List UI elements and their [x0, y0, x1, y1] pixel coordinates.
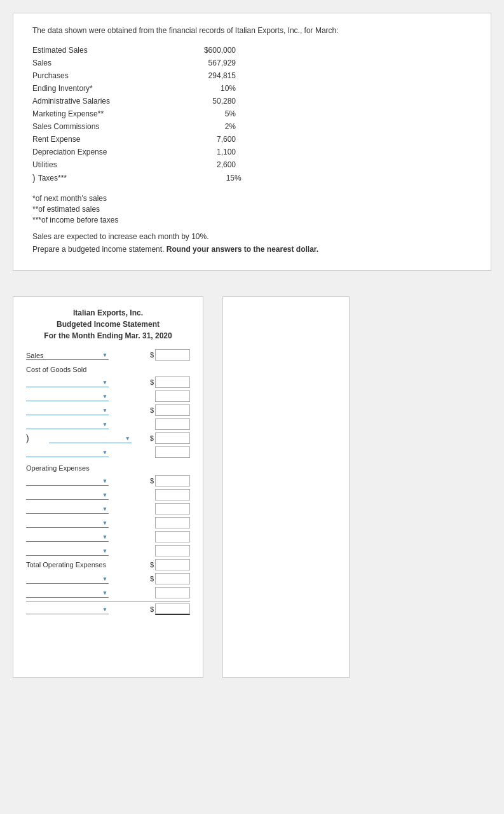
- cogs-dropdown-4[interactable]: [26, 421, 109, 429]
- op-dropdown-5-wrapper[interactable]: ▼: [26, 532, 109, 542]
- cogs-dropdown-3[interactable]: [26, 407, 109, 415]
- instruction-1: Sales are expected to increase each mont…: [32, 232, 472, 241]
- final-input-group-3: $: [150, 604, 190, 615]
- op-input-5[interactable]: [155, 531, 190, 542]
- cogs-dropdown-5[interactable]: [49, 435, 132, 443]
- cogs-dropdown-4-wrapper[interactable]: ▼: [26, 420, 109, 429]
- total-op-input-group: $: [150, 559, 190, 570]
- cogs-dropdown-6-wrapper[interactable]: ▼: [26, 448, 109, 457]
- cogs-row-6: ▼: [26, 446, 190, 458]
- estimated-sales-value: $600,000: [172, 46, 236, 55]
- instruction-2: Prepare a budgeted income statement. Rou…: [32, 245, 472, 254]
- answer-card: [222, 296, 350, 678]
- marketing-expense-value: 5%: [172, 109, 236, 118]
- final-row-3: ▼ $: [26, 601, 190, 615]
- op-dropdown-3-wrapper[interactable]: ▼: [26, 504, 109, 514]
- statement-header: Italian Exports, Inc. Budgeted Income St…: [26, 307, 190, 341]
- cogs-dropdown-6[interactable]: [26, 449, 109, 457]
- cogs-input-group-5: $: [150, 432, 190, 444]
- footnote-1: *of next month's sales: [32, 194, 472, 203]
- cogs-dropdown-2-wrapper[interactable]: ▼: [26, 392, 109, 401]
- final-dropdown-3-wrapper[interactable]: ▼: [26, 605, 109, 614]
- statement-card: Italian Exports, Inc. Budgeted Income St…: [13, 296, 203, 678]
- op-dropdown-1[interactable]: [26, 478, 109, 486]
- data-table: Estimated Sales $600,000 Sales 567,929 P…: [32, 44, 472, 185]
- ending-inventory-label: Ending Inventory*: [32, 84, 172, 93]
- data-row: ) Taxes*** 15%: [32, 171, 472, 185]
- cogs-dropdown-5-wrapper[interactable]: ▼: [49, 434, 132, 443]
- paren-left-icon: ): [26, 433, 29, 443]
- op-input-3[interactable]: [155, 503, 190, 514]
- op-dropdown-5[interactable]: [26, 534, 109, 542]
- op-expenses-label: Operating Expenses: [26, 464, 90, 472]
- op-dropdown-2-wrapper[interactable]: ▼: [26, 490, 109, 500]
- cogs-dropdown-3-wrapper[interactable]: ▼: [26, 406, 109, 415]
- cogs-row-4: ▼: [26, 418, 190, 430]
- intro-text: The data shown were obtained from the fi…: [32, 26, 472, 35]
- dollar-sign: $: [150, 378, 154, 386]
- sales-dropdown-wrapper[interactable]: Sales ▼: [26, 350, 109, 360]
- data-row: Depreciation Expense 1,100: [32, 146, 472, 158]
- op-dropdown-1-wrapper[interactable]: ▼: [26, 476, 109, 486]
- op-row-5: ▼: [26, 531, 190, 542]
- cogs-input-5[interactable]: [155, 432, 190, 444]
- marketing-expense-label: Marketing Expense**: [32, 109, 172, 118]
- purchases-label: Purchases: [32, 71, 172, 80]
- sales-commissions-value: 2%: [172, 122, 236, 131]
- sales-commissions-label: Sales Commissions: [32, 122, 172, 131]
- cogs-header-row: Cost of Goods Sold: [26, 364, 190, 374]
- utilities-label: Utilities: [32, 160, 172, 169]
- dollar-sign: $: [150, 575, 154, 583]
- op-dropdown-4-wrapper[interactable]: ▼: [26, 518, 109, 528]
- cogs-input-1[interactable]: [155, 376, 190, 388]
- rent-expense-value: 7,600: [172, 135, 236, 144]
- final-input-3[interactable]: [155, 604, 190, 615]
- op-dropdown-3[interactable]: [26, 506, 109, 514]
- data-row: Purchases 294,815: [32, 69, 472, 82]
- estimated-sales-label: Estimated Sales: [32, 46, 172, 55]
- sales-dropdown[interactable]: Sales: [26, 352, 109, 360]
- cogs-input-group-3: $: [150, 404, 190, 416]
- utilities-value: 2,600: [172, 160, 236, 169]
- cogs-input-2[interactable]: [155, 390, 190, 402]
- cogs-input-3[interactable]: [155, 404, 190, 416]
- cogs-dropdown-1[interactable]: [26, 379, 109, 387]
- op-input-4[interactable]: [155, 517, 190, 528]
- total-op-input[interactable]: [155, 559, 190, 570]
- op-input-6[interactable]: [155, 545, 190, 556]
- op-dropdown-6-wrapper[interactable]: ▼: [26, 546, 109, 556]
- dollar-sign: $: [150, 434, 154, 442]
- statement-period: For the Month Ending Mar. 31, 2020: [26, 330, 190, 341]
- cogs-dropdown-2[interactable]: [26, 393, 109, 401]
- op-expenses-header-row: Operating Expenses: [26, 463, 190, 473]
- data-row: Ending Inventory* 10%: [32, 82, 472, 95]
- cogs-input-4[interactable]: [155, 418, 190, 430]
- cogs-dropdown-1-wrapper[interactable]: ▼: [26, 378, 109, 387]
- final-input-1[interactable]: [155, 573, 190, 584]
- bottom-section: Italian Exports, Inc. Budgeted Income St…: [13, 296, 491, 678]
- data-row: Marketing Expense** 5%: [32, 107, 472, 120]
- data-row: Sales Commissions 2%: [32, 120, 472, 133]
- dollar-sign: $: [150, 351, 154, 359]
- final-dropdown-3[interactable]: [26, 606, 109, 614]
- dollar-sign: $: [150, 605, 154, 613]
- op-dropdown-6[interactable]: [26, 548, 109, 556]
- final-input-2[interactable]: [155, 587, 190, 598]
- op-dropdown-2[interactable]: [26, 492, 109, 500]
- ending-inventory-value: 10%: [172, 84, 236, 93]
- op-input-1[interactable]: [155, 475, 190, 486]
- final-dropdown-2[interactable]: [26, 590, 109, 598]
- final-dropdown-1[interactable]: [26, 576, 109, 584]
- cogs-input-group-1: $: [150, 376, 190, 388]
- dollar-sign: $: [150, 406, 154, 414]
- op-input-2[interactable]: [155, 489, 190, 500]
- statement-title-line: Budgeted Income Statement: [26, 319, 190, 330]
- final-dropdown-1-wrapper[interactable]: ▼: [26, 574, 109, 584]
- op-dropdown-4[interactable]: [26, 520, 109, 528]
- data-row: Sales 567,929: [32, 57, 472, 69]
- paren-icon: ): [32, 173, 36, 183]
- dollar-sign: $: [150, 561, 154, 569]
- sales-input[interactable]: [155, 349, 190, 361]
- cogs-input-6[interactable]: [155, 446, 190, 458]
- final-dropdown-2-wrapper[interactable]: ▼: [26, 588, 109, 598]
